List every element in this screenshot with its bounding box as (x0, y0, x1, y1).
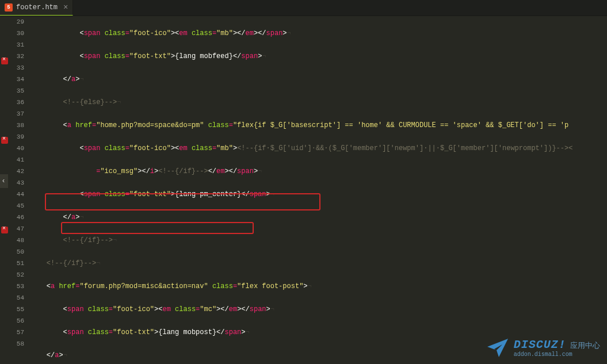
html5-icon: 5 (5, 3, 13, 12)
code-area[interactable]: <span class="foot-ico"><em class="mb"></… (28, 16, 607, 364)
sidebar-toggle[interactable]: ‹ (0, 174, 8, 188)
tab-bar: 5 footer.htm × (0, 0, 607, 16)
file-tab[interactable]: 5 footer.htm × (0, 0, 73, 16)
close-icon[interactable]: × (63, 3, 68, 12)
tab-title: footer.htm (16, 3, 58, 12)
gutter-markers (0, 16, 9, 364)
line-gutter: 2930313233343536373839404142434445464748… (9, 16, 28, 364)
editor: ‹ 29303132333435363738394041424344454647… (0, 16, 607, 364)
